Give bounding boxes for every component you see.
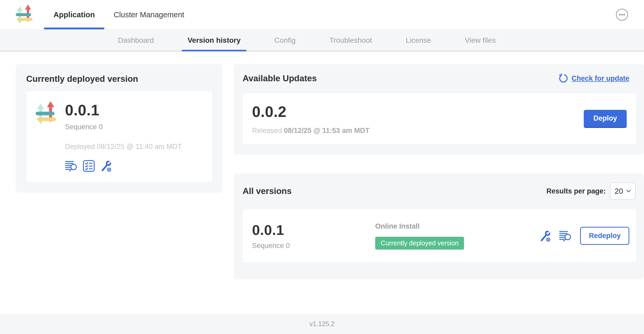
preflight-checks-button[interactable]	[83, 160, 95, 172]
app-logo	[16, 0, 32, 29]
available-updates-header: Available Updates Check for update	[243, 73, 639, 83]
version-row: 0.0.1 Sequence 0 Online Install Currentl…	[243, 209, 636, 262]
version-history-page: Currently deployed version 0.0.1 Sequenc…	[0, 51, 644, 279]
wrench-gear-config-icon	[100, 160, 112, 172]
app-logo-arrows-icon	[36, 101, 56, 126]
release-notes-button[interactable]	[65, 160, 78, 172]
tab-cluster-management-label: Cluster Management	[114, 10, 184, 19]
currently-deployed-card: Currently deployed version 0.0.1 Sequenc…	[16, 64, 223, 193]
version-row-actions: Redeploy	[539, 227, 629, 245]
preflight-checklist-icon	[83, 160, 95, 172]
all-versions-header: All versions Results per page: 20	[243, 182, 639, 200]
deployed-version-panel: 0.0.1 Sequence 0 Deployed 08/12/25 @ 11:…	[26, 91, 212, 182]
tab-config[interactable]: Config	[269, 30, 301, 51]
row-version-number: 0.0.1	[252, 222, 375, 238]
app-subnav: Dashboard Version history Config Trouble…	[0, 30, 644, 51]
deploy-button[interactable]: Deploy	[584, 110, 627, 128]
tab-config-label: Config	[274, 36, 296, 45]
page-footer: v1.125.2	[0, 314, 644, 334]
refresh-circular-arrow-icon	[558, 73, 568, 83]
released-prefix: Released	[252, 127, 282, 134]
right-column: Available Updates Check for update 0.0.2…	[234, 64, 644, 279]
redeploy-button[interactable]: Redeploy	[580, 227, 629, 245]
results-per-page: Results per page: 20	[546, 182, 636, 200]
view-config-button[interactable]	[539, 230, 551, 242]
deployed-version-info: 0.0.1 Sequence 0 Deployed 08/12/25 @ 11:…	[65, 101, 182, 172]
update-version-number: 0.0.2	[252, 103, 369, 120]
primary-tabs: Application Cluster Management	[44, 0, 194, 29]
results-per-page-label: Results per page:	[546, 187, 606, 195]
deployed-timestamp: Deployed 08/12/25 @ 11:40 am MDT	[65, 143, 182, 151]
release-notes-search-icon	[559, 230, 572, 242]
deployed-version-number: 0.0.1	[65, 101, 182, 119]
tab-dashboard-label: Dashboard	[118, 36, 154, 45]
update-released-line: Released 08/12/25 @ 11:53 am MDT	[252, 127, 369, 135]
view-config-button[interactable]	[100, 160, 112, 172]
release-notes-button[interactable]	[559, 230, 572, 242]
console-version: v1.125.2	[309, 320, 335, 328]
tab-view-files[interactable]: View files	[459, 30, 501, 51]
available-updates-title: Available Updates	[243, 73, 317, 83]
row-sequence: Sequence 0	[252, 242, 375, 250]
install-type-label: Online Install	[375, 222, 420, 230]
tab-troubleshoot[interactable]: Troubleshoot	[324, 30, 378, 51]
tab-dashboard[interactable]: Dashboard	[112, 30, 160, 51]
all-versions-title: All versions	[243, 186, 292, 196]
status-badge: Currently deployed version	[375, 237, 464, 250]
overflow-menu-ellipsis-icon	[615, 8, 629, 21]
top-nav: Application Cluster Management	[0, 0, 644, 30]
deployed-version-actions	[65, 160, 182, 172]
tab-version-history-label: Version history	[188, 36, 241, 45]
tab-license-label: License	[406, 36, 431, 45]
version-row-status: Online Install Currently deployed versio…	[375, 222, 464, 250]
results-per-page-select[interactable]: 20	[610, 182, 636, 200]
currently-deployed-title: Currently deployed version	[26, 74, 212, 84]
wrench-gear-config-icon	[539, 230, 551, 242]
chevron-down-icon	[626, 190, 631, 193]
results-per-page-value: 20	[615, 187, 623, 196]
version-row-info: 0.0.1 Sequence 0	[252, 222, 375, 250]
tab-application-label: Application	[53, 10, 95, 19]
update-info: 0.0.2 Released 08/12/25 @ 11:53 am MDT	[252, 103, 369, 135]
tab-license[interactable]: License	[400, 30, 437, 51]
all-versions-card: All versions Results per page: 20 0.0.1 …	[234, 174, 644, 279]
deployed-sequence: Sequence 0	[65, 123, 182, 131]
check-for-update-label: Check for update	[571, 74, 629, 83]
tab-application[interactable]: Application	[44, 0, 104, 29]
tab-cluster-management[interactable]: Cluster Management	[104, 0, 194, 29]
top-nav-spacer	[194, 0, 615, 29]
tab-view-files-label: View files	[465, 36, 496, 45]
app-logo-arrows-icon	[16, 4, 32, 25]
check-for-update-link[interactable]: Check for update	[558, 73, 629, 83]
tab-version-history[interactable]: Version history	[182, 30, 246, 51]
update-row: 0.0.2 Released 08/12/25 @ 11:53 am MDT D…	[243, 93, 636, 144]
release-notes-search-icon	[65, 160, 78, 172]
tab-troubleshoot-label: Troubleshoot	[329, 36, 372, 45]
overflow-menu-button[interactable]	[615, 8, 629, 21]
available-updates-card: Available Updates Check for update 0.0.2…	[234, 64, 644, 155]
released-date: 08/12/25 @ 11:53 am MDT	[284, 127, 370, 134]
